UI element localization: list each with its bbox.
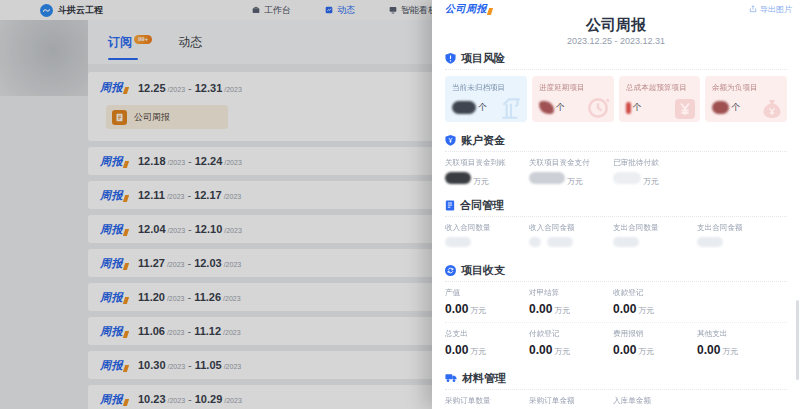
metric-income-contract-count: 收入合同数量 (445, 223, 529, 252)
metric-inbound-amount: 入库单金额 0.00万元 (613, 396, 697, 409)
metric-payment-register: 付款登记 0.00万元 (529, 329, 613, 358)
section-material-management: 材料管理 采购订单数量 0个 采购订单金额 0.00万元 入库单金额 0.00万… (432, 372, 800, 409)
redacted-value (613, 172, 641, 184)
company-weekly-report-drawer: 公司周报 导出图片 公司周报 2023.12.25 - 2023.12.31 项… (432, 0, 800, 409)
redacted-value (613, 237, 639, 247)
shield-yuan-icon (445, 135, 456, 146)
section-project-risk: 项目风险 当前未归档项目 个 进度延期项目 个 (432, 52, 800, 122)
modal-backdrop[interactable] (0, 0, 433, 409)
truck-icon (445, 373, 457, 383)
drawer-scrollbar[interactable] (796, 300, 799, 380)
cycle-icon (445, 265, 456, 276)
drawer-title: 公司周报 (432, 16, 800, 34)
risk-card-delayed: 进度延期项目 个 (532, 76, 614, 122)
metric-expense-contract-count: 支出合同数量 (613, 223, 697, 252)
yuan-square-icon (673, 97, 697, 121)
section-project-pnl: 项目收支 产值 0.00万元 对甲结算 0.00万元 收款登记 0.00万元 (432, 264, 800, 358)
risk-card-unarchived: 当前未归档项目 个 (445, 76, 527, 122)
risk-card-negative-balance: 余额为负项目 个 (705, 76, 787, 122)
contract-doc-icon (445, 200, 455, 211)
metric-purchase-order-count: 采购订单数量 0个 (445, 396, 529, 409)
redacted-value (452, 101, 476, 114)
metric-total-expense: 总支出 0.00万元 (445, 329, 529, 358)
drawer-corner-logo: 公司周报 (445, 2, 492, 16)
metric-funds-received: 关联项目资金到账 万元 (445, 158, 529, 187)
export-icon (749, 5, 757, 13)
metric-expense-reimburse: 费用报销 0.00万元 (613, 329, 697, 358)
redacted-value (539, 101, 554, 114)
risk-card-over-budget: 总成本超预算项目 个 (619, 76, 701, 122)
drawer-date-range: 2023.12.25 - 2023.12.31 (432, 36, 800, 46)
metric-receipt-register: 收款登记 0.00万元 (613, 288, 697, 317)
redacted-value (529, 172, 565, 184)
app-window: 斗拱云工程 工作台 动态 智能看板 NEW 订阅 9 (0, 0, 800, 409)
clock-icon (585, 95, 611, 121)
metric-funds-paid: 关联项目资金支付 万元 (529, 158, 613, 187)
redacted-value (697, 237, 723, 247)
metric-income-contract-amount: 收入合同金额 (529, 223, 613, 252)
shield-alert-icon (445, 53, 456, 64)
section-account-funds: 账户资金 关联项目资金到账 万元 关联项目资金支付 万元 已审批待付款 万元 (432, 134, 800, 187)
metric-output-value: 产值 0.00万元 (445, 288, 529, 317)
redacted-value (626, 102, 631, 114)
section-contract-management: 合同管理 收入合同数量 收入合同金额 支出合同数量 支出合同金额 (432, 199, 800, 252)
redacted-value (529, 237, 541, 247)
crane-icon (498, 95, 524, 121)
metric-expense-contract-amount: 支出合同金额 (697, 223, 781, 252)
metric-purchase-order-amount: 采购订单金额 0.00万元 (529, 396, 613, 409)
redacted-value (445, 237, 471, 247)
export-image-button[interactable]: 导出图片 (749, 4, 792, 15)
redacted-value (445, 172, 471, 184)
metric-owner-settlement: 对甲结算 0.00万元 (529, 288, 613, 317)
metric-approved-pending: 已审批待付款 万元 (613, 158, 697, 187)
redacted-value (547, 237, 573, 247)
redacted-value (712, 101, 729, 114)
money-bag-icon (760, 97, 784, 121)
metric-other-expense: 其他支出 0.00万元 (697, 329, 781, 358)
